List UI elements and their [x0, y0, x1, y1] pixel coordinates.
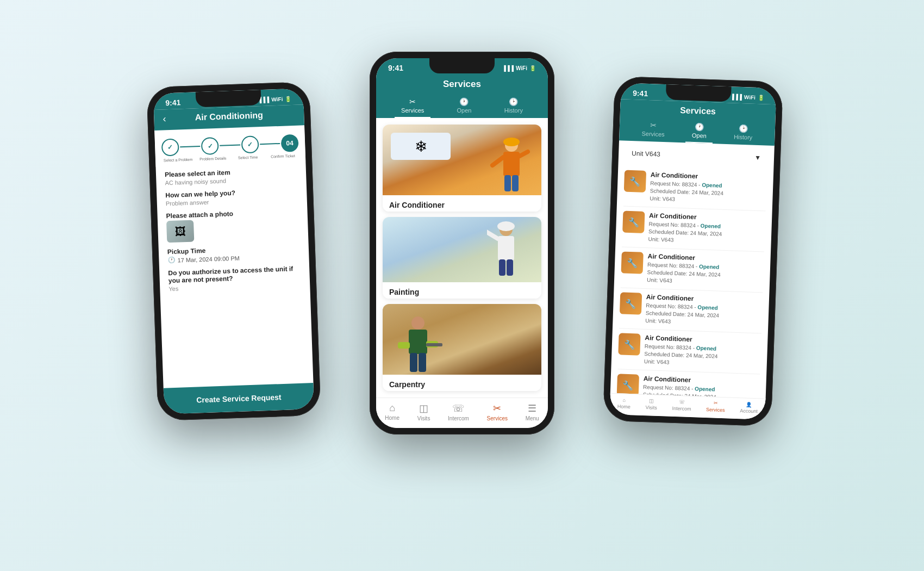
- unit-dropdown-value: Unit V643: [632, 150, 660, 158]
- tab-services-label: Services: [401, 107, 424, 114]
- ticket-item-3[interactable]: 🔧 Air Conditioner Request No: 88324 - Op…: [621, 247, 764, 293]
- nav-account-label-r: Account: [740, 408, 758, 414]
- svg-point-1: [503, 138, 520, 146]
- svg-line-4: [520, 152, 528, 156]
- phones-container: 9:41 ▐▐▐ WiFi 🔋 ‹ Air Conditioning ✓ ✓: [136, 41, 788, 530]
- status-time-right: 9:41: [633, 89, 648, 98]
- ticket-thumb-1: 🔧: [624, 170, 646, 193]
- tabs-center: ✂ Services 🕐 Open 🕑 History: [385, 94, 539, 118]
- nav-menu[interactable]: ☰ Menu: [526, 402, 539, 421]
- ticket-status-5: Opened: [696, 345, 717, 351]
- chevron-down-icon: ▼: [754, 154, 761, 162]
- back-button[interactable]: ‹: [163, 113, 166, 125]
- nav-intercom-label-r: Intercom: [672, 406, 691, 412]
- ticket-sub-5: Request No: 88324 - Opened Scheduled Dat…: [644, 343, 761, 369]
- svg-rect-15: [409, 330, 427, 354]
- svg-rect-19: [410, 353, 417, 372]
- services-list: ❄: [376, 118, 548, 398]
- home-icon: ⌂: [389, 402, 395, 414]
- nav-visits[interactable]: ◫ Visits: [417, 402, 430, 421]
- step-line-3: [260, 143, 280, 145]
- tab-open[interactable]: 🕐 Open: [451, 94, 478, 118]
- service-image-ac: ❄: [383, 125, 541, 195]
- form-section: Please select an item AC having noisy so…: [156, 162, 311, 302]
- svg-rect-13: [507, 259, 513, 276]
- nav-intercom-right[interactable]: ☏ Intercom: [672, 399, 691, 412]
- step-label-2: Problem Details: [198, 156, 228, 161]
- service-image-carpentry: [383, 304, 541, 375]
- step-label-4: Confirm Ticket: [268, 154, 298, 159]
- ticket-sub-1: Request No: 88324 - Opened Scheduled Dat…: [650, 179, 766, 206]
- intercom-icon: ☏: [452, 402, 465, 414]
- tab-history-right[interactable]: 🕑 History: [727, 120, 760, 145]
- bottom-nav-center: ⌂ Home ◫ Visits ☏ Intercom ✂ Services ☰: [376, 398, 548, 428]
- wifi-icon-r: WiFi: [744, 94, 756, 101]
- ticket-info-3: Air Conditioner Request No: 88324 - Open…: [647, 252, 764, 288]
- nav-home-right[interactable]: ⌂ Home: [617, 397, 631, 409]
- tab-history[interactable]: 🕑 History: [498, 94, 529, 118]
- create-service-request-button[interactable]: Create Service Request: [164, 383, 315, 414]
- battery-icon-c: 🔋: [529, 65, 536, 71]
- page-title-left: Air Conditioning: [195, 110, 263, 122]
- clock-icon: 🕐: [167, 257, 175, 264]
- service-card-painting[interactable]: Painting: [383, 217, 541, 299]
- tab-open-right[interactable]: 🕐 Open: [685, 119, 713, 144]
- svg-rect-9: [498, 236, 514, 260]
- tab-open-label-r: Open: [692, 132, 707, 139]
- svg-point-14: [411, 316, 424, 330]
- svg-point-8: [497, 221, 515, 231]
- home-icon-r: ⌂: [622, 398, 626, 403]
- notch-right: [666, 84, 732, 102]
- ticket-thumb-4: 🔧: [620, 292, 642, 314]
- ticket-thumb-2: 🔧: [622, 210, 645, 233]
- pickup-value: 17 Mar, 2024 09:00 PM: [177, 255, 240, 263]
- ticket-info-2: Air Conditioner Request No: 88324 - Open…: [648, 212, 765, 247]
- nav-intercom[interactable]: ☏ Intercom: [448, 402, 469, 421]
- ticket-sub-2: Request No: 88324 - Opened Scheduled Dat…: [648, 220, 765, 247]
- status-time-left: 9:41: [165, 98, 181, 107]
- ticket-item-1[interactable]: 🔧 Air Conditioner Request No: 88324 - Op…: [623, 166, 767, 212]
- worker-carpentry-figure: [394, 315, 442, 375]
- ticket-info-1: Air Conditioner Request No: 88324 - Open…: [650, 171, 767, 206]
- tab-services[interactable]: ✂ Services: [395, 94, 430, 118]
- left-phone-screen: 9:41 ▐▐▐ WiFi 🔋 ‹ Air Conditioning ✓ ✓: [153, 88, 314, 414]
- left-phone: 9:41 ▐▐▐ WiFi 🔋 ‹ Air Conditioning ✓ ✓: [146, 82, 321, 421]
- right-header: Services ✂ Services 🕐 Open 🕑 History: [619, 99, 776, 146]
- right-phone: 9:41 ▐▐▐ WiFi 🔋 Services ✂ Services 🕐: [603, 76, 783, 426]
- worker-painting-figure: [487, 220, 525, 280]
- worker-ac-figure: [487, 135, 530, 195]
- tab-services-right[interactable]: ✂ Services: [635, 117, 672, 142]
- nav-services-right[interactable]: ✂ Services: [706, 400, 725, 413]
- photo-attachment[interactable]: 🖼: [166, 220, 194, 243]
- ticket-item-5[interactable]: 🔧 Air Conditioner Request No: 88324 - Op…: [617, 328, 761, 374]
- unit-dropdown[interactable]: Unit V643 ▼: [625, 145, 768, 166]
- status-time-center: 9:41: [388, 64, 403, 72]
- ticket-status-3: Opened: [699, 263, 720, 270]
- ticket-thumb-6: 🔧: [617, 374, 639, 396]
- center-phone-screen: 9:41 ▐▐▐ WiFi 🔋 Services ✂ Services 🕐: [376, 58, 548, 428]
- ticket-status-1: Opened: [702, 182, 722, 188]
- ticket-item-2[interactable]: 🔧 Air Conditioner Request No: 88324 - Op…: [622, 206, 765, 252]
- signal-icon-r: ▐▐▐: [731, 94, 742, 100]
- svg-rect-6: [512, 175, 519, 191]
- ticket-item-4[interactable]: 🔧 Air Conditioner Request No: 88324 - Op…: [619, 288, 763, 333]
- nav-visits-right[interactable]: ◫ Visits: [645, 398, 657, 411]
- progress-section: ✓ ✓ ✓ 04 Select a Problem Problem Detail…: [154, 125, 305, 167]
- service-title-ac: Air Conditioner: [383, 195, 541, 212]
- ticket-thumb-3: 🔧: [621, 251, 644, 274]
- service-card-ac[interactable]: ❄: [383, 125, 541, 212]
- ticket-status-4: Opened: [697, 304, 718, 311]
- service-card-carpentry[interactable]: Carpentry: [383, 304, 541, 391]
- nav-account-right[interactable]: 👤 Account: [740, 401, 758, 414]
- center-header: Services ✂ Services 🕐 Open 🕑 History: [376, 75, 548, 118]
- account-icon-r: 👤: [746, 402, 752, 407]
- status-icons-right: ▐▐▐ WiFi 🔋: [731, 94, 765, 101]
- tabs-right: ✂ Services 🕐 Open 🕑 History: [628, 117, 766, 146]
- svg-rect-2: [503, 152, 520, 176]
- status-icons-center: ▐▐▐ WiFi 🔋: [502, 65, 536, 71]
- nav-services[interactable]: ✂ Services: [487, 402, 508, 421]
- ticket-thumb-5: 🔧: [618, 333, 640, 355]
- step-label-3: Select Time: [233, 155, 263, 160]
- page-title-right: Services: [629, 104, 767, 119]
- nav-home[interactable]: ⌂ Home: [385, 402, 399, 421]
